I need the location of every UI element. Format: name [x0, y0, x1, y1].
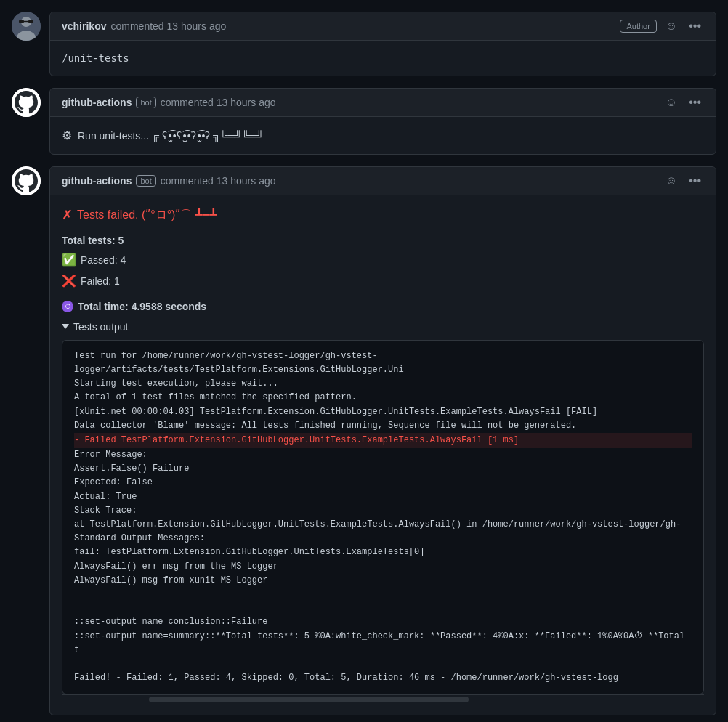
- comment-time: commented 13 hours ago: [161, 175, 276, 187]
- output-line: A total of 1 test files matched the spec…: [74, 391, 692, 405]
- run-tests-line: ⚙ Run unit-tests... ╔ ʕ•̫͡•ʕ•̫͡•ʔ•̫͡•ʔ ╗…: [62, 129, 704, 142]
- bot-badge: bot: [136, 175, 155, 187]
- svg-rect-4: [28, 20, 33, 23]
- code-output-box: Test run for /home/runner/work/gh-vstest…: [62, 340, 704, 695]
- output-line: at TestPlatform.Extension.GitHubLogger.U…: [74, 518, 692, 532]
- run-tests-text: Run unit-tests... ╔ ʕ•̫͡•ʕ•̫͡•ʔ•̫͡•ʔ ╗╚═…: [78, 130, 264, 142]
- comment-header-right: ☺ •••: [663, 173, 704, 189]
- red-x-icon: ❌: [62, 271, 76, 292]
- gear-icon: ⚙: [62, 129, 72, 142]
- comment-header-left: vchirikov commented 13 hours ago: [62, 20, 226, 32]
- scrollbar-thumb[interactable]: [149, 697, 469, 702]
- failed-line: ❌ Failed: 1: [62, 271, 704, 292]
- tests-output-toggle[interactable]: Tests output: [62, 321, 704, 333]
- test-results-body: ✗ Tests failed. (ʺ°ロ°)ʺ⌒ ┻━┻ Total tests…: [50, 195, 716, 715]
- comment-header-right: Author ☺ •••: [620, 18, 704, 34]
- output-fail-line: - Failed TestPlatform.Extension.GitHubLo…: [74, 433, 692, 448]
- output-line: Test run for /home/runner/work/gh-vstest…: [74, 349, 692, 377]
- comment-header: vchirikov commented 13 hours ago Author …: [50, 12, 716, 41]
- comment-thread: vchirikov commented 13 hours ago Author …: [0, 0, 728, 715]
- output-line: Stack Trace:: [74, 504, 692, 518]
- comment-body: /unit-tests: [50, 41, 716, 76]
- comment-time: commented 13 hours ago: [161, 97, 276, 108]
- output-line: Starting test execution, please wait...: [74, 377, 692, 391]
- output-line: [74, 657, 692, 671]
- scrollbar-track[interactable]: [62, 694, 704, 703]
- author-badge: Author: [620, 20, 656, 33]
- avatar: [12, 166, 41, 195]
- avatar: [12, 12, 41, 41]
- output-line: AlwaysFail() err msg from the MS Logger: [74, 560, 692, 574]
- comment-header: github-actions bot commented 13 hours ag…: [50, 89, 716, 117]
- output-line: Data collector 'Blame' message: All test…: [74, 419, 692, 433]
- red-x-icon: ✗: [62, 207, 73, 223]
- test-failed-header: ✗ Tests failed. (ʺ°ロ°)ʺ⌒ ┻━┻: [62, 207, 704, 223]
- test-stats: Total tests: 5 ✅ Passed: 4 ❌ Failed: 1: [62, 232, 704, 292]
- comment-wrapper: github-actions bot commented 13 hours ag…: [12, 166, 716, 715]
- output-line: [74, 588, 692, 601]
- comment-author: github-actions: [62, 175, 132, 187]
- tests-output-label: Tests output: [73, 321, 129, 333]
- output-line: Assert.False() Failure: [74, 462, 692, 476]
- comment-wrapper: vchirikov commented 13 hours ago Author …: [12, 12, 716, 76]
- output-line: ::set-output name=conclusion::Failure: [74, 615, 692, 629]
- passed-text: Passed: 4: [81, 251, 126, 269]
- comment-header-left: github-actions bot commented 13 hours ag…: [62, 175, 276, 187]
- more-options-button[interactable]: •••: [686, 18, 704, 34]
- more-options-button[interactable]: •••: [686, 94, 704, 110]
- emoji-reaction-button[interactable]: ☺: [663, 94, 680, 110]
- comment-wrapper: github-actions bot commented 13 hours ag…: [12, 88, 716, 155]
- comment-box: github-actions bot commented 13 hours ag…: [49, 166, 716, 715]
- bot-badge: bot: [136, 97, 155, 108]
- comment-header: github-actions bot commented 13 hours ag…: [50, 167, 716, 195]
- comment-header-left: github-actions bot commented 13 hours ag…: [62, 97, 276, 108]
- failed-text: Failed: 1: [81, 272, 120, 291]
- comment-box: vchirikov commented 13 hours ago Author …: [49, 12, 716, 76]
- passed-line: ✅ Passed: 4: [62, 250, 704, 271]
- comment-body: ⚙ Run unit-tests... ╔ ʕ•̫͡•ʕ•̫͡•ʔ•̫͡•ʔ ╗…: [50, 117, 716, 154]
- total-time-line: ⏱ Total time: 4.9588 seconds: [62, 301, 704, 312]
- total-tests-label: Total tests: 5: [62, 235, 124, 246]
- svg-rect-3: [19, 20, 24, 23]
- output-line: ::set-output name=summary::**Total tests…: [74, 630, 692, 657]
- emoji-reaction-button[interactable]: ☺: [663, 18, 680, 34]
- emoji-reaction-button[interactable]: ☺: [663, 173, 680, 189]
- output-line: AlwaysFail() msg from xunit MS Logger: [74, 574, 692, 588]
- test-failed-text: Tests failed. (ʺ°ロ°)ʺ⌒ ┻━┻: [77, 208, 217, 223]
- comment-box: github-actions bot commented 13 hours ag…: [49, 88, 716, 155]
- comment-author: github-actions: [62, 97, 132, 108]
- output-line: [xUnit.net 00:00:04.03] TestPlatform.Ext…: [74, 405, 692, 419]
- comment-header-right: ☺ •••: [663, 94, 704, 110]
- output-line: [74, 601, 692, 615]
- unit-tests-command: /unit-tests: [62, 52, 129, 64]
- avatar: [12, 88, 41, 117]
- tests-output-section: Tests output Test run for /home/runner/w…: [62, 321, 704, 704]
- output-line: Expected: False: [74, 476, 692, 490]
- comment-author: vchirikov: [62, 20, 106, 32]
- total-tests-line: Total tests: 5: [62, 232, 704, 250]
- more-options-button[interactable]: •••: [686, 173, 704, 189]
- output-line: Error Message:: [74, 448, 692, 462]
- green-check-icon: ✅: [62, 250, 76, 271]
- comment-time: commented 13 hours ago: [110, 20, 226, 32]
- triangle-down-icon: [62, 324, 69, 329]
- output-line: Actual: True: [74, 490, 692, 504]
- timer-icon: ⏱: [62, 301, 73, 312]
- output-line: fail: TestPlatform.Extension.GitHubLogge…: [74, 545, 692, 559]
- total-time-text: Total time: 4.9588 seconds: [78, 301, 206, 312]
- output-line: Failed! - Failed: 1, Passed: 4, Skipped:…: [74, 671, 692, 685]
- output-line: Standard Output Messages:: [74, 532, 692, 545]
